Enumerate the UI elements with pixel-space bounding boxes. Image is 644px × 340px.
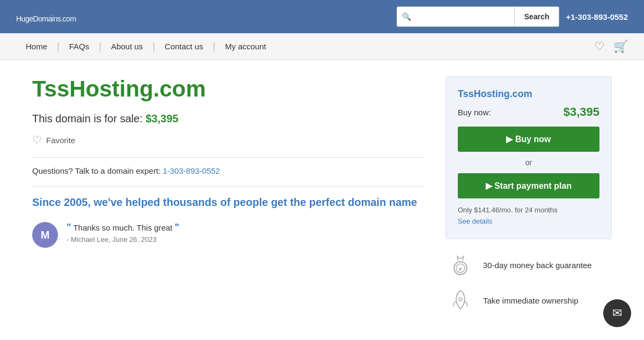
avatar: M — [32, 222, 58, 248]
nav-item-faqs[interactable]: FAQs — [60, 42, 99, 51]
questions-text: Questions? Talk to a domain expert: 1-30… — [32, 166, 424, 175]
buy-now-row: Buy now: $3,395 — [458, 105, 599, 119]
wishlist-icon[interactable]: ♡ — [594, 40, 605, 54]
close-quote: " — [174, 222, 179, 233]
guarantee-text: 30-day money back guarantee — [483, 261, 592, 270]
for-sale-price: $3,395 — [145, 113, 178, 124]
nav-item-home[interactable]: Home — [16, 42, 57, 51]
logo-text: HugeDomains — [16, 14, 61, 23]
nav-links: Home | FAQs | About us | Contact us | My… — [16, 41, 276, 52]
rocket-icon — [448, 287, 473, 313]
open-quote: " — [67, 222, 71, 233]
favorite-label: Favorite — [46, 136, 75, 145]
nav-icons: ♡ 🛒 — [594, 40, 628, 54]
monthly-text: Only $141.46/mo. for 24 months — [458, 206, 599, 214]
right-panel: TssHosting.com Buy now: $3,395 ▶ Buy now… — [445, 76, 612, 313]
trust-item-ownership: Take immediate ownership — [448, 287, 610, 313]
medal-icon: ★ — [448, 252, 473, 278]
trust-items: ★ 30-day money back guarantee Take immed… — [445, 252, 612, 313]
svg-point-3 — [459, 298, 462, 301]
navigation: Home | FAQs | About us | Contact us | My… — [0, 33, 644, 60]
since-text: Since 2005, we've helped thousands of pe… — [32, 195, 424, 209]
quote-text: " Thanks so much. This great " — [67, 222, 179, 233]
svg-text:★: ★ — [458, 266, 463, 272]
logo: HugeDomains.com — [16, 9, 76, 25]
search-input-wrap: 🔍 — [397, 6, 515, 27]
search-button[interactable]: Search — [515, 6, 560, 27]
left-panel: TssHosting.com This domain is for sale: … — [32, 76, 424, 313]
main-content: TssHosting.com This domain is for sale: … — [16, 60, 628, 324]
search-input[interactable] — [397, 6, 515, 27]
favorite-button[interactable]: ♡ Favorite — [32, 134, 75, 146]
divider-1 — [32, 157, 424, 158]
nav-item-contact-us[interactable]: Contact us — [155, 42, 213, 51]
buy-now-label: Buy now: — [458, 108, 491, 117]
see-details-link[interactable]: See details — [458, 217, 492, 225]
domain-title: TssHosting.com — [32, 76, 424, 102]
nav-item-my-account[interactable]: My account — [215, 42, 276, 51]
testimonial: M " Thanks so much. This great " - Micha… — [32, 222, 424, 248]
header-right: 🔍 Search +1-303-893-0552 — [397, 6, 628, 27]
or-text: or — [458, 158, 599, 167]
nav-item-about-us[interactable]: About us — [101, 42, 152, 51]
cart-icon[interactable]: 🛒 — [613, 40, 628, 54]
for-sale-label: This domain is for sale: — [32, 113, 143, 124]
for-sale-text: This domain is for sale: $3,395 — [32, 113, 424, 125]
heart-icon: ♡ — [32, 134, 42, 146]
divider-2 — [32, 186, 424, 187]
card-domain-name: TssHosting.com — [458, 88, 599, 100]
search-bar: 🔍 Search — [397, 6, 560, 27]
ownership-text: Take immediate ownership — [483, 296, 579, 305]
search-icon: 🔍 — [402, 12, 411, 21]
questions-phone-link[interactable]: 1-303-893-0552 — [163, 166, 220, 175]
logo-tld: .com — [61, 14, 76, 23]
header: HugeDomains.com 🔍 Search +1-303-893-0552 — [0, 0, 644, 33]
buy-now-button[interactable]: ▶ Buy now — [458, 127, 599, 152]
trust-item-guarantee: ★ 30-day money back guarantee — [448, 252, 610, 278]
header-phone: +1-303-893-0552 — [566, 12, 628, 21]
quote-author: - Michael Lee, June 26, 2023 — [67, 235, 179, 243]
chat-button[interactable]: ✉ — [603, 299, 631, 324]
buy-now-price: $3,395 — [564, 105, 599, 119]
start-payment-plan-button[interactable]: ▶ Start payment plan — [458, 173, 599, 198]
purchase-card: TssHosting.com Buy now: $3,395 ▶ Buy now… — [445, 76, 612, 239]
testimonial-content: " Thanks so much. This great " - Michael… — [67, 222, 179, 243]
